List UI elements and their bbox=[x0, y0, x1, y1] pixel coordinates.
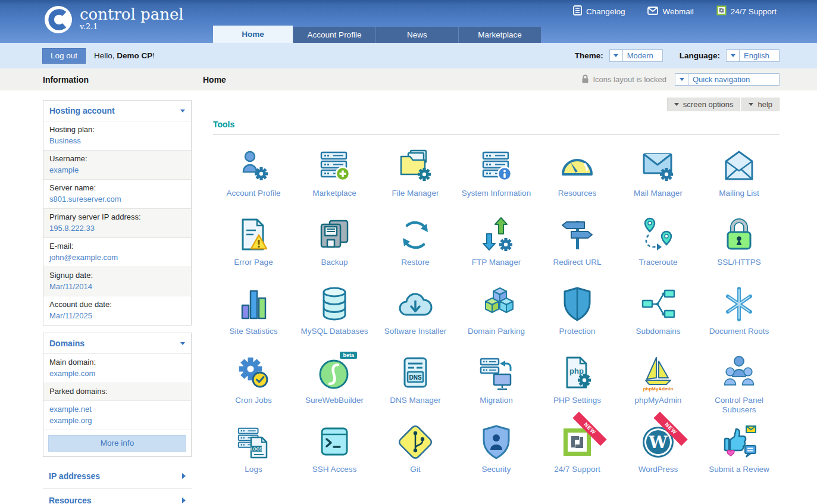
submit-review-icon bbox=[720, 423, 758, 461]
php-settings-icon: php bbox=[558, 354, 596, 392]
logo: control panel v.2.1 bbox=[44, 5, 184, 36]
main-tabs: Home Account Profile News Marketplace bbox=[213, 26, 541, 43]
tools-grid: Account Profile Marketplace bbox=[213, 139, 780, 484]
tool-restore[interactable]: Restore bbox=[375, 208, 456, 277]
tool-file-manager[interactable]: File Manager bbox=[375, 139, 456, 208]
theme-select[interactable]: Modern bbox=[609, 49, 663, 62]
subdomains-icon bbox=[639, 285, 677, 323]
theme-label: Theme: bbox=[575, 51, 603, 60]
chevron-down-icon[interactable] bbox=[610, 50, 623, 61]
site-statistics-icon bbox=[234, 285, 273, 323]
tool-backup[interactable]: Backup bbox=[294, 208, 375, 277]
security-icon bbox=[477, 423, 515, 461]
tool-mailing-list[interactable]: Mailing List bbox=[699, 139, 780, 208]
tool-support[interactable]: NEW 24/7 Support bbox=[537, 415, 618, 484]
tool-phpmyadmin[interactable]: phpMyAdmin phpMyAdmin bbox=[618, 346, 699, 415]
tool-mail-manager[interactable]: Mail Manager bbox=[618, 139, 699, 208]
logout-button[interactable]: Log out bbox=[42, 48, 86, 64]
backup-icon bbox=[315, 216, 353, 254]
wordpress-icon: W NEW bbox=[639, 423, 677, 461]
tab-home[interactable]: Home bbox=[213, 26, 293, 43]
file-manager-icon bbox=[396, 147, 434, 185]
sidebar-item-resources[interactable]: Resources bbox=[43, 489, 192, 504]
tool-error-page[interactable]: Error Page bbox=[213, 208, 294, 277]
tab-news[interactable]: News bbox=[375, 27, 458, 43]
marketplace-icon bbox=[315, 147, 353, 185]
tool-dns-manager[interactable]: DNS DNS Manager bbox=[375, 346, 456, 415]
restore-icon bbox=[396, 216, 434, 254]
ssl-https-icon bbox=[720, 216, 758, 254]
language-label: Language: bbox=[680, 51, 720, 60]
collapse-arrow-icon[interactable] bbox=[180, 109, 185, 112]
tool-security[interactable]: Security bbox=[456, 415, 537, 484]
tools-section-title: Tools bbox=[213, 120, 780, 129]
cron-jobs-icon bbox=[234, 354, 273, 392]
chevron-down-icon[interactable] bbox=[675, 74, 688, 85]
domains-field-parked-values: example.net example.org bbox=[43, 400, 191, 430]
expand-arrow-icon bbox=[182, 497, 186, 503]
divider bbox=[213, 134, 780, 135]
sidebar: Hosting account Hosting plan: Business U… bbox=[43, 100, 192, 504]
quick-navigation-select[interactable]: Quick navigation bbox=[675, 73, 780, 86]
surewebbuilder-icon: beta bbox=[315, 354, 353, 392]
tool-migration[interactable]: Migration bbox=[456, 346, 537, 415]
help-button[interactable]: help bbox=[741, 98, 780, 111]
chevron-down-icon[interactable] bbox=[727, 50, 740, 61]
tool-subdomains[interactable]: Subdomains bbox=[618, 277, 699, 346]
tool-ssh-access[interactable]: SSH Access bbox=[294, 415, 375, 484]
tool-marketplace[interactable]: Marketplace bbox=[294, 139, 375, 208]
phpmyadmin-icon: phpMyAdmin bbox=[639, 354, 677, 392]
domain-parking-icon bbox=[477, 285, 515, 323]
hosting-field-plan: Hosting plan: Business bbox=[43, 121, 191, 150]
support-link[interactable]: 24/7 Support bbox=[716, 5, 777, 17]
tool-php-settings[interactable]: php PHP Settings bbox=[537, 346, 618, 415]
screen-options-button[interactable]: screen options bbox=[667, 98, 741, 111]
language-select[interactable]: English bbox=[726, 49, 780, 62]
webmail-envelope-icon bbox=[647, 7, 658, 17]
tool-domain-parking[interactable]: Domain Parking bbox=[456, 277, 537, 346]
support-icon: NEW bbox=[558, 423, 596, 461]
software-installer-icon bbox=[396, 285, 434, 323]
more-info-button[interactable]: More info bbox=[48, 435, 186, 452]
tool-submit-a-review[interactable]: Submit a Review bbox=[699, 415, 780, 484]
lock-icon bbox=[581, 74, 589, 85]
tool-software-installer[interactable]: Software Installer bbox=[375, 277, 456, 346]
tool-document-roots[interactable]: Document Roots bbox=[699, 277, 780, 346]
tool-traceroute[interactable]: Traceroute bbox=[618, 208, 699, 277]
tool-control-panel-subusers[interactable]: Control Panel Subusers bbox=[699, 346, 780, 415]
sidebar-item-ip-addresses[interactable]: IP addresses bbox=[43, 464, 192, 489]
sidebar-title: Information bbox=[37, 75, 203, 84]
svg-text:php: php bbox=[569, 367, 584, 375]
tool-git[interactable]: Git bbox=[375, 415, 456, 484]
welcome-bar: Log out Hello, Demo CP! Theme: Modern La… bbox=[0, 43, 817, 68]
tool-system-information[interactable]: System Information bbox=[456, 139, 537, 208]
domains-header[interactable]: Domains bbox=[43, 333, 191, 353]
domains-field-main: Main domain: example.com bbox=[43, 353, 191, 383]
hosting-account-header[interactable]: Hosting account bbox=[43, 101, 191, 121]
tool-ftp-manager[interactable]: FTP Manager bbox=[456, 208, 537, 277]
tool-logs[interactable]: LOGS Logs bbox=[213, 415, 294, 484]
mailing-list-icon bbox=[720, 147, 758, 185]
tool-protection[interactable]: Protection bbox=[537, 277, 618, 346]
changelog-link[interactable]: Changelog bbox=[573, 5, 625, 17]
error-page-icon bbox=[234, 216, 273, 254]
tool-account-profile[interactable]: Account Profile bbox=[213, 139, 294, 208]
tool-mysql-databases[interactable]: MySQL Databases bbox=[294, 277, 375, 346]
tab-marketplace[interactable]: Marketplace bbox=[458, 27, 541, 43]
webmail-link[interactable]: Webmail bbox=[647, 5, 693, 17]
tool-cron-jobs[interactable]: Cron Jobs bbox=[213, 346, 294, 415]
tool-redirect-url[interactable]: Redirect URL bbox=[537, 208, 618, 277]
tool-ssl-https[interactable]: SSL/HTTPS bbox=[699, 208, 780, 277]
tool-surewebbuilder[interactable]: beta SureWebBuilder bbox=[294, 346, 375, 415]
collapse-arrow-icon[interactable] bbox=[180, 342, 185, 345]
tool-wordpress[interactable]: W NEW WordPress bbox=[618, 415, 699, 484]
changelog-doc-icon bbox=[573, 5, 582, 17]
header-links: Changelog Webmail 24/7 Support bbox=[573, 5, 777, 17]
icons-locked-status: Icons layout is locked bbox=[581, 74, 666, 85]
tab-account-profile[interactable]: Account Profile bbox=[293, 27, 375, 43]
tool-site-statistics[interactable]: Site Statistics bbox=[213, 277, 294, 346]
logo-title: control panel bbox=[80, 5, 184, 23]
tool-resources[interactable]: Resources bbox=[537, 139, 618, 208]
traceroute-icon bbox=[639, 216, 677, 254]
beta-badge: beta bbox=[340, 352, 357, 359]
